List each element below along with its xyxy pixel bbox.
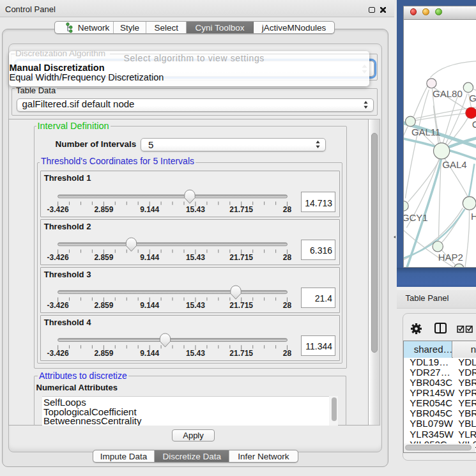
svg-text:GAL80: GAL80 — [433, 88, 463, 99]
svg-text:GA: GA — [469, 92, 476, 103]
svg-text:GCY1: GCY1 — [404, 212, 428, 223]
svg-text:GAL4: GAL4 — [442, 159, 466, 170]
svg-text:GAL11: GAL11 — [411, 127, 440, 137]
svg-text:C: C — [472, 118, 476, 129]
svg-text:H: H — [471, 211, 476, 222]
svg-text:HAP2: HAP2 — [438, 251, 463, 262]
